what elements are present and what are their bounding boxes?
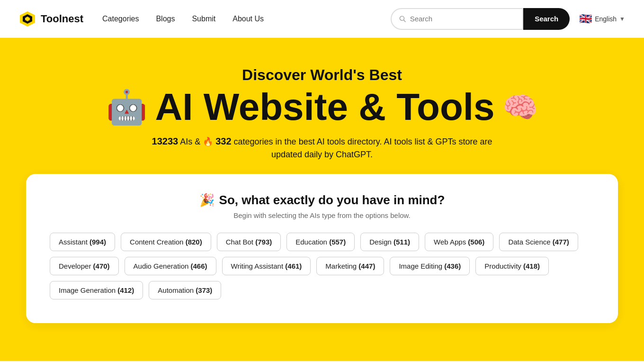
nav-about[interactable]: About Us	[233, 15, 264, 23]
nav-categories[interactable]: Categories	[102, 15, 139, 23]
hero-subtitle: Discover World's Best	[19, 66, 625, 84]
tag-item[interactable]: Education (557)	[286, 233, 355, 251]
tag-item[interactable]: Data Science (477)	[499, 233, 578, 251]
flag-icon: 🇬🇧	[579, 13, 592, 25]
search-input-wrap	[391, 8, 523, 30]
nav-submit[interactable]: Submit	[192, 15, 215, 23]
tag-item[interactable]: Design (511)	[360, 233, 419, 251]
search-icon	[399, 15, 406, 23]
search-area: Search	[391, 8, 570, 30]
ai-brain-emoji: 🧠	[502, 90, 538, 124]
tag-item[interactable]: Writing Assistant (461)	[222, 257, 311, 275]
hero-section: Discover World's Best 🤖 AI Website & Too…	[0, 38, 644, 361]
hero-title-row: 🤖 AI Website & Tools 🧠	[19, 88, 625, 127]
tag-item[interactable]: Image Generation (412)	[50, 281, 143, 299]
category-count: 332	[215, 136, 231, 146]
robot-emoji: 🤖	[106, 88, 147, 127]
tag-item[interactable]: Marketing (447)	[316, 257, 384, 275]
tag-item[interactable]: Chat Bot (793)	[217, 233, 281, 251]
tag-item[interactable]: Developer (470)	[50, 257, 119, 275]
language-selector[interactable]: 🇬🇧 English ▼	[579, 13, 625, 25]
tag-item[interactable]: Productivity (418)	[475, 257, 549, 275]
tag-item[interactable]: Automation (373)	[149, 281, 221, 299]
hero-stats-sub: updated daily by ChatGPT.	[19, 150, 625, 160]
hero-stats: 13233 AIs & 🔥 332 categories in the best…	[19, 136, 625, 147]
logo-icon	[19, 10, 36, 27]
chevron-down-icon: ▼	[619, 16, 625, 22]
language-label: English	[595, 15, 617, 23]
card-subtitle: Begin with selecting the AIs type from t…	[45, 211, 599, 219]
tag-item[interactable]: Assistant (994)	[50, 233, 115, 251]
search-button[interactable]: Search	[523, 8, 570, 30]
nav-blogs[interactable]: Blogs	[156, 15, 175, 23]
logo-link[interactable]: Toolnest	[19, 10, 83, 27]
card-title: 🎉 So, what exactly do you have in mind?	[45, 193, 599, 208]
tag-item[interactable]: Content Creation (820)	[121, 233, 211, 251]
party-icon: 🎉	[199, 193, 215, 208]
search-input[interactable]	[410, 15, 515, 23]
logo-text: Toolnest	[41, 13, 83, 25]
tag-item[interactable]: Web Apps (506)	[425, 233, 493, 251]
card-header: 🎉 So, what exactly do you have in mind? …	[45, 193, 599, 219]
nav-links: Categories Blogs Submit About Us	[102, 15, 391, 23]
hero-title: AI Website & Tools	[155, 88, 494, 126]
tags-container: Assistant (994)Content Creation (820)Cha…	[45, 233, 599, 299]
category-card: 🎉 So, what exactly do you have in mind? …	[26, 174, 618, 323]
navbar: Toolnest Categories Blogs Submit About U…	[0, 0, 644, 38]
tag-item[interactable]: Image Editing (436)	[390, 257, 470, 275]
ai-count: 13233	[152, 136, 179, 146]
svg-line-4	[404, 20, 406, 22]
tag-item[interactable]: Audio Generation (466)	[125, 257, 216, 275]
